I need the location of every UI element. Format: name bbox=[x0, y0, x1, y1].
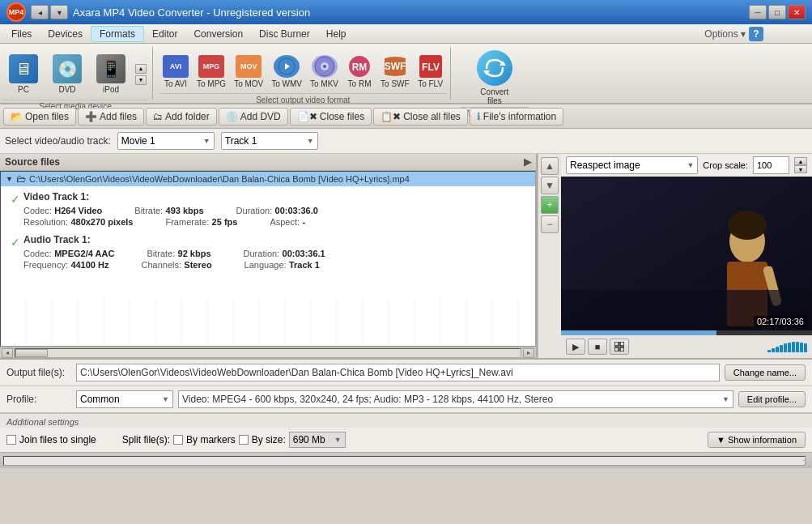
format-flv-btn[interactable]: FLV To FLV bbox=[415, 52, 447, 92]
close-btn[interactable]: ✕ bbox=[788, 5, 806, 19]
convert-btn-wrap: Convertfiles bbox=[477, 47, 512, 105]
add-dvd-icon: 💿 bbox=[226, 111, 238, 122]
show-info-btn[interactable]: ▼ Show information bbox=[708, 432, 806, 448]
scroll-remove-btn[interactable]: − bbox=[541, 215, 559, 233]
size-value: 690 Mb bbox=[293, 434, 325, 445]
menu-formats[interactable]: Formats bbox=[91, 26, 144, 42]
video-aspect-group: Aspect: - bbox=[270, 216, 305, 228]
add-dvd-btn[interactable]: 💿 Add DVD bbox=[219, 108, 288, 126]
profile-select[interactable]: Common ▼ bbox=[76, 390, 173, 408]
format-mpg-btn[interactable]: MPG To MPG bbox=[193, 52, 229, 92]
format-avi-btn[interactable]: AVI To AVI bbox=[159, 52, 192, 92]
help-icon[interactable]: ? bbox=[749, 27, 763, 41]
convert-files-btn[interactable]: Convertfiles bbox=[477, 50, 512, 105]
scroll-up-btn[interactable]: ▲ bbox=[541, 157, 559, 175]
minimize-btn[interactable]: ─ bbox=[749, 5, 767, 19]
add-files-btn[interactable]: ➕ Add files bbox=[78, 108, 144, 126]
down-btn[interactable]: ▾ bbox=[50, 5, 68, 19]
video-track-info: Video Track 1: Codec: H264 Video Bitrate… bbox=[23, 191, 525, 228]
play-btn[interactable]: ▶ bbox=[566, 339, 585, 355]
scroll-left-arrow[interactable]: ◂ bbox=[2, 348, 13, 358]
stop-btn[interactable]: ■ bbox=[588, 339, 607, 355]
format-mkv-btn[interactable]: To MKV bbox=[307, 52, 342, 92]
menu-disc-burner[interactable]: Disc Burner bbox=[251, 27, 318, 41]
device-dvd-btn[interactable]: 💿 DVD bbox=[47, 50, 87, 98]
horizontal-scrollbar[interactable]: ◂ ▸ bbox=[0, 347, 536, 358]
aspect-select[interactable]: Reaspect image ▼ bbox=[566, 156, 698, 174]
selected-file-item[interactable]: ▼ 🗁 C:\Users\OlenGor\Videos\VideoWebDown… bbox=[1, 172, 535, 186]
video-scene-svg bbox=[561, 177, 812, 330]
format-rm-btn[interactable]: RM To RM bbox=[343, 52, 376, 92]
close-all-label: Close all files bbox=[403, 111, 461, 122]
resize-grip[interactable]: ⋱ bbox=[801, 457, 812, 468]
menu-files[interactable]: Files bbox=[3, 27, 40, 41]
close-files-btn[interactable]: 📄✖ Close files bbox=[290, 108, 372, 126]
source-scroll-right[interactable]: ▶ bbox=[524, 156, 531, 168]
size-select[interactable]: 690 Mb ▼ bbox=[289, 432, 346, 448]
file-list[interactable]: ▼ 🗁 C:\Users\OlenGor\Videos\VideoWebDown… bbox=[0, 171, 536, 347]
close-files-icon: 📄✖ bbox=[297, 111, 317, 122]
status-progress-bar bbox=[3, 456, 806, 466]
video-resolution-group: Resolution: 480x270 pixels bbox=[23, 216, 133, 228]
by-markers-checkbox[interactable] bbox=[173, 435, 183, 445]
volume-bar[interactable] bbox=[767, 342, 807, 352]
video-progress-bar-container[interactable] bbox=[561, 330, 812, 335]
add-folder-label: Add folder bbox=[165, 111, 210, 122]
menu-editor[interactable]: Editor bbox=[144, 27, 185, 41]
scroll-thumb[interactable] bbox=[15, 349, 48, 357]
options-menu[interactable]: Options ▾ bbox=[704, 28, 746, 40]
format-wmv-btn[interactable]: To WMV bbox=[268, 52, 305, 92]
audio-track-info: Audio Track 1: Codec: MPEG2/4 AAC Bitrat… bbox=[23, 234, 525, 271]
vol-3 bbox=[776, 347, 779, 352]
device-scroll-down[interactable]: ▼ bbox=[135, 75, 147, 85]
crop-scale-label: Crop scale: bbox=[703, 160, 748, 170]
mpg-icon: MPG bbox=[198, 55, 224, 78]
back-btn[interactable]: ◂ bbox=[31, 5, 49, 19]
change-name-btn[interactable]: Change name... bbox=[725, 364, 806, 381]
rm-icon: RM bbox=[346, 55, 372, 78]
format-swf-btn[interactable]: SWF To SWF bbox=[377, 52, 413, 92]
scroll-add-btn[interactable]: + bbox=[541, 196, 559, 214]
fullscreen-btn[interactable] bbox=[610, 339, 629, 355]
pc-symbol: 🖥 bbox=[15, 60, 32, 79]
open-files-icon: 📂 bbox=[11, 111, 23, 122]
file-info-btn[interactable]: ℹ File's information bbox=[470, 108, 563, 126]
video-bitrate-value: 493 kbps bbox=[166, 206, 204, 215]
scroll-track[interactable] bbox=[15, 348, 521, 358]
crop-scale-spinner[interactable]: ▲ ▼ bbox=[794, 157, 807, 173]
output-path[interactable]: C:\Users\OlenGor\Videos\VideoWebDownload… bbox=[76, 364, 720, 381]
by-size-checkbox[interactable] bbox=[239, 435, 249, 445]
track-select[interactable]: Track 1 ▼ bbox=[221, 132, 318, 150]
video-codec-label: Codec: bbox=[23, 206, 52, 215]
edit-profile-btn[interactable]: Edit profile... bbox=[738, 391, 806, 407]
device-scroll-up[interactable]: ▲ bbox=[135, 64, 147, 74]
video-framerate-value: 25 fps bbox=[212, 217, 238, 227]
vol-6 bbox=[788, 343, 791, 352]
flv-icon: FLV bbox=[418, 55, 444, 78]
video-codec-value: H264 Video bbox=[54, 206, 102, 215]
scroll-down-btn[interactable]: ▼ bbox=[541, 177, 559, 194]
open-files-btn[interactable]: 📂 Open files bbox=[3, 108, 76, 126]
maximize-btn[interactable]: □ bbox=[768, 5, 786, 19]
movie-select[interactable]: Movie 1 ▼ bbox=[117, 132, 215, 150]
device-ipod-btn[interactable]: 📱 iPod bbox=[91, 50, 131, 98]
close-all-files-btn[interactable]: 📋✖ Close all files bbox=[373, 108, 468, 126]
dvd-label: DVD bbox=[58, 85, 75, 94]
svg-text:FLV: FLV bbox=[422, 62, 440, 73]
menu-conversion[interactable]: Conversion bbox=[185, 27, 251, 41]
add-folder-btn[interactable]: 🗂 Add folder bbox=[146, 108, 217, 126]
crop-spin-up[interactable]: ▲ bbox=[794, 157, 807, 165]
join-files-checkbox[interactable] bbox=[6, 435, 16, 445]
main-toolbar: 🖥 PC 💿 DVD 📱 iPod ▲ ▼ Select media bbox=[0, 44, 812, 104]
crop-spin-down[interactable]: ▼ bbox=[794, 165, 807, 173]
action-bar: 📂 Open files ➕ Add files 🗂 Add folder 💿 … bbox=[0, 104, 812, 129]
audio-codec-value: MPEG2/4 AAC bbox=[54, 249, 114, 258]
scroll-right-arrow[interactable]: ▸ bbox=[523, 348, 534, 358]
menu-devices[interactable]: Devices bbox=[40, 27, 91, 41]
menu-bar: Files Devices Formats Editor Conversion … bbox=[0, 24, 812, 44]
add-files-label: Add files bbox=[100, 111, 137, 122]
device-pc-btn[interactable]: 🖥 PC bbox=[3, 50, 44, 98]
format-mov-btn[interactable]: MOV To MOV bbox=[231, 52, 266, 92]
menu-help[interactable]: Help bbox=[318, 27, 355, 41]
mkv-label: To MKV bbox=[310, 79, 338, 88]
